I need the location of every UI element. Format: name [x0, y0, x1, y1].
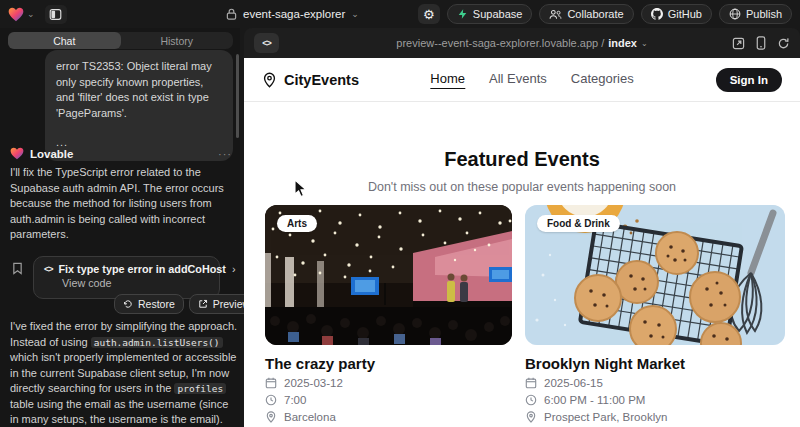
site-content: CityEvents Home All Events Categories Si… [244, 58, 800, 427]
event-date: 2025-06-15 [544, 377, 603, 389]
clock-icon [265, 394, 277, 406]
github-icon [651, 8, 663, 20]
supabase-lightning-icon [457, 8, 468, 20]
publish-label: Publish [746, 8, 782, 20]
inline-code: auth.admin.listUsers() [91, 337, 223, 348]
globe-icon [729, 8, 741, 20]
sidebar-layout-icon [49, 8, 62, 21]
lovable-logo-menu[interactable]: ⌄ [8, 7, 35, 22]
chevron-down-icon: ⌄ [351, 9, 359, 19]
site-nav: Home All Events Categories [430, 71, 633, 89]
collaborate-button[interactable]: Collaborate [539, 4, 633, 24]
assistant-paragraph-2: I've fixed the error by simplifying the … [10, 319, 238, 427]
event-location-row: Prospect Park, Brooklyn [525, 411, 785, 423]
event-title: The crazy party [265, 355, 512, 372]
project-name: event-saga-explorer [243, 8, 345, 20]
user-message-bubble: error TS2353: Object literal may only sp… [45, 50, 233, 161]
nav-home[interactable]: Home [430, 71, 465, 89]
sidebar-toggle-button[interactable] [45, 5, 67, 24]
chevron-down-icon: ⌄ [641, 39, 648, 48]
people-icon [549, 9, 562, 20]
view-code-link[interactable]: View code [62, 277, 209, 289]
url-page: index [608, 37, 637, 49]
restore-button[interactable]: Restore [114, 294, 184, 314]
github-label: GitHub [668, 8, 702, 20]
category-badge: Food & Drink [537, 215, 620, 232]
event-title: Brooklyn Night Market [525, 355, 785, 372]
tab-history[interactable]: History [121, 32, 234, 49]
event-location: Barcelona [284, 411, 336, 423]
calendar-icon [265, 377, 277, 389]
external-link-icon [198, 299, 208, 309]
collaborate-label: Collaborate [567, 8, 623, 20]
mobile-device-icon[interactable] [756, 36, 766, 50]
open-external-icon[interactable] [732, 37, 745, 50]
lovable-heart-icon [10, 147, 24, 160]
chevron-right-icon: › [232, 263, 236, 275]
section-subtitle: Don't miss out on these popular events h… [244, 180, 800, 194]
category-badge: Arts [277, 215, 317, 232]
chat-scrollbar[interactable] [236, 54, 239, 138]
gear-icon: ⚙ [423, 7, 435, 22]
bookmark-icon[interactable] [12, 261, 23, 279]
assistant-paragraph-1: I'll fix the TypeScript error related to… [10, 165, 235, 243]
url-prefix: preview--event-saga-explorer.lovable.app… [396, 37, 604, 49]
tool-call-title: Fix type type error in addCoHost [59, 263, 226, 275]
project-switcher[interactable]: event-saga-explorer ⌄ [226, 0, 359, 28]
inline-code: profiles [174, 383, 226, 394]
chat-history-tabs: Chat History [8, 32, 233, 49]
tool-call-card[interactable]: <> Fix type type error in addCoHost › Vi… [33, 256, 220, 299]
settings-button[interactable]: ⚙ [418, 4, 440, 24]
nav-categories[interactable]: Categories [571, 71, 634, 89]
event-card-crazy-party[interactable]: Arts The crazy party 2025-03-12 [265, 205, 512, 423]
nav-all-events[interactable]: All Events [489, 71, 547, 89]
featured-section-header: Featured Events Don't miss out on these … [244, 102, 800, 194]
restore-icon [123, 299, 133, 309]
tab-chat[interactable]: Chat [8, 32, 121, 49]
code-icon: <> [44, 264, 53, 274]
event-cards: Arts The crazy party 2025-03-12 [265, 205, 785, 423]
clock-icon [525, 394, 537, 406]
app-window: ⌄ event-saga-explorer ⌄ ⚙ Su [0, 0, 800, 427]
brand-name: CityEvents [284, 72, 359, 88]
preview-panel: <> preview--event-saga-explorer.lovable.… [244, 28, 800, 427]
titlebar: ⌄ event-saga-explorer ⌄ ⚙ Su [0, 0, 800, 28]
event-image-cookies: Food & Drink [525, 205, 785, 345]
publish-button[interactable]: Publish [719, 4, 792, 24]
message-actions: Restore Preview [114, 294, 259, 314]
paragraph-text: table using the email as the username (s… [10, 398, 228, 426]
chevron-down-icon: ⌄ [27, 10, 35, 19]
event-location-row: Barcelona [265, 411, 512, 423]
preview-url[interactable]: preview--event-saga-explorer.lovable.app… [396, 37, 647, 49]
lovable-heart-icon [8, 7, 24, 22]
assistant-header: Lovable ··· [10, 147, 232, 160]
event-time-row: 7:00 [265, 394, 512, 406]
github-button[interactable]: GitHub [641, 4, 712, 24]
event-date-row: 2025-03-12 [265, 377, 512, 389]
message-menu-icon[interactable]: ··· [218, 148, 232, 160]
restore-label: Restore [138, 298, 175, 310]
event-card-brooklyn-market[interactable]: Food & Drink Brooklyn Night Market 2025-… [525, 205, 785, 423]
site-header: CityEvents Home All Events Categories Si… [244, 58, 800, 102]
calendar-icon [525, 377, 537, 389]
map-pin-icon [265, 411, 277, 423]
event-time: 7:00 [284, 394, 306, 406]
titlebar-actions: ⚙ Supabase Collaborate [418, 4, 792, 24]
refresh-icon[interactable] [777, 37, 790, 50]
section-title: Featured Events [244, 148, 800, 171]
supabase-button[interactable]: Supabase [447, 4, 533, 24]
lock-icon [226, 8, 237, 20]
preview-urlbar: <> preview--event-saga-explorer.lovable.… [244, 28, 800, 58]
event-time-row: 6:00 PM - 11:00 PM [525, 394, 785, 406]
chat-panel: Chat History error TS2353: Object litera… [0, 28, 240, 427]
event-date-row: 2025-06-15 [525, 377, 785, 389]
sign-in-button[interactable]: Sign In [716, 68, 782, 92]
map-pin-icon [262, 72, 277, 88]
site-brand[interactable]: CityEvents [262, 72, 359, 88]
code-view-button[interactable]: <> [254, 33, 279, 53]
map-pin-icon [525, 411, 537, 423]
user-message-text: error TS2353: Object literal may only sp… [56, 59, 222, 121]
assistant-name: Lovable [30, 148, 73, 160]
code-icon: <> [262, 38, 271, 48]
event-date: 2025-03-12 [284, 377, 343, 389]
